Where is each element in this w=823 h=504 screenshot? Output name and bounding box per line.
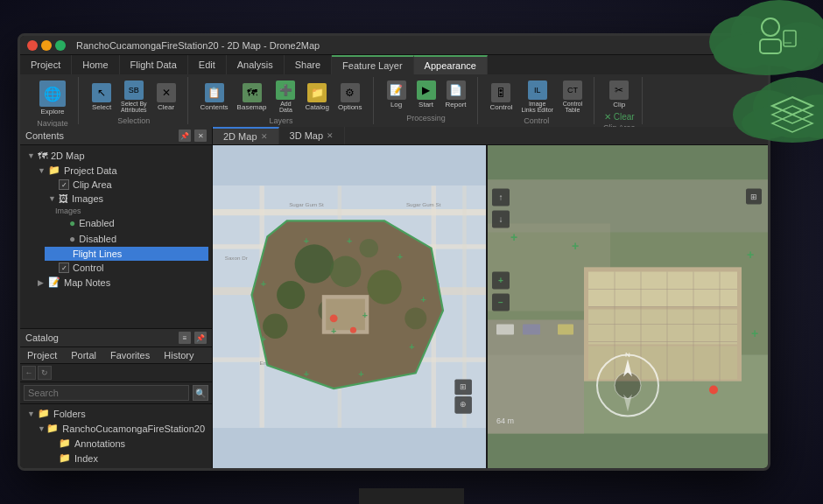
- start-label: Start: [419, 101, 433, 108]
- tab-share[interactable]: Share: [285, 55, 332, 74]
- ribbon-group-clip: ✂ Clip ✕ Clear Clip Area: [596, 77, 644, 124]
- flight-lines-checkbox[interactable]: [59, 248, 69, 259]
- layers-buttons: 📋 Contents 🗺 Basemap ➕ AddData 📁 Catalog: [197, 79, 366, 115]
- map-tab-2d[interactable]: 2D Map ✕: [213, 127, 279, 144]
- svg-text:Sugar Gum St: Sugar Gum St: [406, 201, 441, 207]
- tree-item-2d-map[interactable]: ▼ 🗺 2D Map: [24, 149, 208, 163]
- map-3d[interactable]: + + + +: [488, 145, 768, 468]
- catalog-label: Catalog: [305, 103, 329, 111]
- processing-group-label: Processing: [406, 114, 446, 122]
- catalog-tab-history[interactable]: History: [157, 347, 200, 363]
- catalog-refresh-btn[interactable]: ↻: [38, 366, 52, 380]
- map-2d[interactable]: Sugar Gum St Sugar Gum St Saxon Dr Atlee…: [213, 145, 488, 468]
- ribbon-group-layers: 📋 Contents 🗺 Basemap ➕ AddData 📁 Catalog: [190, 77, 374, 124]
- select-button[interactable]: ↖ Select: [88, 81, 116, 113]
- tree-item-control[interactable]: ✓ Control: [45, 261, 208, 275]
- main-layout: Contents 📌 ✕ ▼ 🗺 2D Map: [20, 127, 768, 468]
- log-icon: 📝: [387, 80, 406, 100]
- catalog-tree-products[interactable]: 📁 Products: [45, 466, 208, 471]
- catalog-panel-icons: ≡ 📌: [179, 332, 207, 344]
- clear-label: Clear: [158, 103, 174, 111]
- catalog-back-btn[interactable]: ←: [22, 366, 36, 380]
- processing-buttons: 📝 Log ▶ Start 📄 Report: [383, 79, 470, 110]
- svg-text:+: +: [409, 341, 414, 352]
- catalog-menu-icon[interactable]: ≡: [179, 332, 191, 344]
- svg-point-87: [709, 386, 718, 395]
- explore-button[interactable]: 🌐 Explore: [34, 79, 71, 117]
- tree-item-images[interactable]: ▼ 🖼 Images: [45, 192, 208, 206]
- select-attr-icon: SB: [124, 80, 144, 100]
- control-icon: 🎛: [491, 83, 510, 102]
- tab-appearance[interactable]: Appearance: [414, 55, 488, 74]
- add-data-button[interactable]: ➕ AddData: [271, 79, 299, 115]
- control-button[interactable]: 🎛 Control: [487, 81, 517, 113]
- layers-group-label: Layers: [270, 116, 293, 125]
- select-attr-label: Select ByAttributes: [121, 101, 147, 113]
- svg-text:+: +: [751, 326, 758, 340]
- tree-item-disabled[interactable]: ● Disabled: [55, 231, 208, 247]
- catalog-tree-annotations[interactable]: 📁 Annotations: [45, 436, 208, 451]
- tree-item-project-data[interactable]: ▼ 📁 Project Data: [34, 163, 208, 178]
- products-folder-icon: 📁: [59, 467, 71, 471]
- contents-panel: Contents 📌 ✕ ▼ 🗺 2D Map: [20, 127, 212, 328]
- catalog-button[interactable]: 📁 Catalog: [301, 81, 333, 113]
- svg-text:+: +: [498, 276, 503, 285]
- select-by-attr-button[interactable]: SB Select ByAttributes: [117, 79, 151, 115]
- svg-text:+: +: [358, 368, 363, 379]
- catalog-panel: Catalog ≡ 📌 Project Portal: [20, 328, 212, 468]
- catalog-nav-row: ← ↻: [20, 364, 212, 382]
- tab-edit[interactable]: Edit: [188, 55, 227, 74]
- control-label: Control: [490, 103, 513, 111]
- svg-point-40: [404, 307, 426, 329]
- catalog-tree-station[interactable]: ▼ 📁 RanchoCucamongaFireStation20: [34, 421, 208, 436]
- catalog-tab-project[interactable]: Project: [20, 347, 64, 363]
- tab-home[interactable]: Home: [72, 55, 119, 74]
- map-tab-3d[interactable]: 3D Map ✕: [279, 127, 346, 144]
- map-tab-2d-close[interactable]: ✕: [261, 132, 268, 141]
- catalog-header: Catalog ≡ 📌: [20, 329, 212, 347]
- clip-area-checkbox[interactable]: ✓: [59, 179, 69, 190]
- title-bar: RanchoCucamongaFireStation20 - 2D Map - …: [20, 36, 768, 55]
- panel-close-icon[interactable]: ✕: [194, 130, 207, 142]
- catalog-tab-portal[interactable]: Portal: [64, 347, 103, 363]
- contents-button[interactable]: 📋 Contents: [197, 81, 232, 113]
- map-tab-3d-close[interactable]: ✕: [327, 131, 334, 140]
- maximize-btn[interactable]: [55, 40, 66, 51]
- tree-item-clip-area[interactable]: ✓ Clip Area: [45, 178, 208, 192]
- clear-selection-button[interactable]: ✕ Clear: [152, 81, 180, 113]
- minimize-btn[interactable]: [41, 40, 52, 51]
- catalog-tab-favorites[interactable]: Favorites: [103, 347, 157, 363]
- options-button[interactable]: ⚙ Options: [334, 81, 366, 113]
- control-table-button[interactable]: CT ControlTable: [559, 79, 587, 115]
- clip-buttons: ✂ Clip: [605, 79, 633, 110]
- tab-feature-layer[interactable]: Feature Layer: [332, 55, 413, 74]
- control-checkbox[interactable]: ✓: [59, 262, 69, 273]
- catalog-search-input[interactable]: [24, 385, 189, 401]
- start-button[interactable]: ▶ Start: [412, 79, 440, 110]
- catalog-pin-icon[interactable]: 📌: [194, 332, 207, 344]
- clear-clip-icon: ✕: [604, 112, 611, 122]
- tree-item-flight-lines[interactable]: Flight Lines: [45, 247, 208, 261]
- image-links-button[interactable]: IL ImageLinks Editor: [517, 79, 557, 115]
- close-btn[interactable]: [27, 40, 38, 51]
- catalog-tree-index[interactable]: 📁 Index: [45, 451, 208, 466]
- tree-item-map-notes[interactable]: ▶ 📝 Map Notes: [34, 275, 208, 290]
- clear-clip-label[interactable]: Clear: [614, 112, 635, 122]
- svg-point-89: [615, 373, 641, 399]
- tree-item-enabled[interactable]: ● Enabled: [55, 215, 208, 231]
- tab-flight-data[interactable]: Flight Data: [120, 55, 188, 74]
- tab-analysis[interactable]: Analysis: [227, 55, 285, 74]
- svg-rect-82: [558, 325, 573, 335]
- catalog-tree-folders[interactable]: ▼ 📁 Folders: [24, 406, 208, 421]
- clip-button[interactable]: ✂ Clip: [605, 79, 633, 110]
- svg-text:+: +: [747, 248, 754, 262]
- contents-label: Contents: [200, 103, 229, 111]
- basemap-button[interactable]: 🗺 Basemap: [234, 81, 271, 113]
- panel-pin-icon[interactable]: 📌: [179, 130, 191, 142]
- svg-text:+: +: [510, 230, 517, 244]
- log-button[interactable]: 📝 Log: [383, 79, 411, 110]
- tab-project[interactable]: Project: [20, 55, 72, 74]
- report-button[interactable]: 📄 Report: [442, 79, 470, 110]
- catalog-search-button[interactable]: 🔍: [193, 385, 208, 401]
- clip-label: Clip: [613, 101, 625, 108]
